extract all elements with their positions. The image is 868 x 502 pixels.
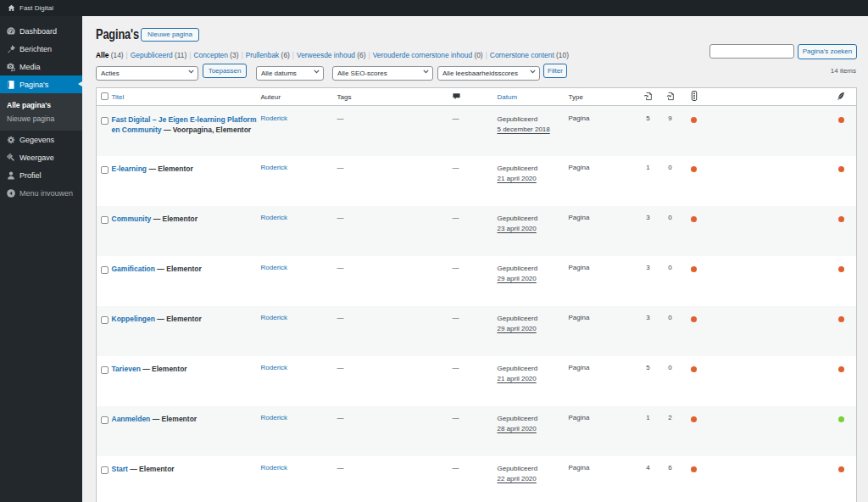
sidebar-item-paginas[interactable]: Pagina's [0, 75, 82, 93]
status-filter-link[interactable]: Prullenbak (6) [246, 51, 290, 59]
status-filter-item: Cornerstone content (10)| [490, 51, 569, 59]
comments-cell: — [453, 256, 498, 306]
media-icon [6, 62, 16, 72]
submenu-item-alle-paginas[interactable]: Alle pagina's [0, 98, 82, 112]
page-title-link[interactable]: E-learning [112, 165, 147, 173]
active-menu-arrow [78, 81, 82, 86]
sidebar-item-profiel[interactable]: Profiel [0, 166, 82, 184]
status-filter-link[interactable]: Alle (14) [96, 51, 124, 59]
submenu-item-nieuwe-pagina[interactable]: Nieuwe pagina [0, 112, 82, 126]
row-checkbox[interactable] [101, 366, 108, 374]
select-all-checkbox[interactable] [101, 92, 108, 100]
search-pages-input[interactable] [709, 44, 794, 59]
column-header-comments [453, 88, 498, 106]
row-checkbox[interactable] [101, 166, 108, 174]
add-new-page-button[interactable]: Nieuwe pagina [141, 28, 199, 42]
author-link[interactable]: Roderick [261, 364, 288, 371]
sidebar-item-label: Pagina's [19, 81, 48, 89]
column-header-date[interactable]: Datum [498, 88, 569, 106]
seo-score-dot [691, 117, 697, 123]
comments-cell: — [453, 106, 498, 156]
row-checkbox[interactable] [101, 466, 108, 474]
status-filter-item: Concepten (3)| [193, 51, 245, 59]
publish-status: Gepubliceerd [498, 415, 538, 422]
readability-score-dot [838, 316, 844, 322]
links-in-count: 3 [637, 256, 659, 306]
filter-button[interactable]: Filter [543, 64, 567, 78]
publish-status: Gepubliceerd [498, 115, 538, 123]
row-checkbox[interactable] [101, 266, 108, 274]
post-states: — Elementor [157, 265, 201, 273]
comments-cell: — [453, 356, 498, 406]
author-link[interactable]: Roderick [261, 314, 288, 321]
post-states: — Elementor [153, 415, 197, 423]
page-title-link[interactable]: Community [112, 215, 152, 223]
sidebar-item-gegevens[interactable]: Gegevens [0, 131, 82, 148]
author-link[interactable]: Roderick [261, 214, 288, 221]
page-title-link[interactable]: Aanmelden [112, 415, 151, 423]
seo-score-dot [691, 416, 697, 422]
post-states: — Elementor [157, 315, 201, 323]
admin-bar-site-link[interactable]: Fast Digital [8, 4, 53, 12]
row-checkbox[interactable] [101, 117, 108, 125]
status-filter-link[interactable]: Verouderde cornerstone inhoud (0) [373, 51, 483, 59]
admin-sidebar: Dashboard Berichten Media Pagina's Alle … [0, 16, 82, 502]
main-content: Pagina's Nieuwe pagina Pagina's zoeken A… [82, 16, 868, 502]
seo-scores-select[interactable]: Alle SEO-scores [332, 66, 433, 81]
links-in-count: 5 [637, 106, 659, 156]
sidebar-item-weergave[interactable]: Weergave [0, 148, 82, 166]
links-in-count: 4 [637, 456, 659, 502]
pages-submenu: Alle pagina's Nieuwe pagina [0, 93, 82, 131]
paintbrush-icon [6, 153, 16, 163]
apply-button[interactable]: Toepassen [203, 64, 247, 78]
readability-score-dot [838, 166, 844, 172]
seo-score-dot [691, 316, 697, 322]
links-out-count: 0 [659, 206, 682, 256]
post-states: — Voorpagina, Elementor [164, 126, 251, 134]
author-link[interactable]: Roderick [261, 164, 288, 171]
author-link[interactable]: Roderick [261, 114, 288, 122]
sidebar-item-label: Media [19, 63, 41, 71]
dates-select[interactable]: Alle datums [256, 66, 324, 81]
author-link[interactable]: Roderick [261, 414, 288, 421]
column-header-title[interactable]: Titel [112, 88, 261, 106]
readability-score-dot [838, 216, 844, 222]
sidebar-item-media[interactable]: Media [0, 58, 82, 75]
author-link[interactable]: Roderick [261, 464, 288, 471]
publish-date: 28 april 2020 [498, 425, 537, 432]
author-link[interactable]: Roderick [261, 264, 288, 271]
sidebar-item-collapse-menu[interactable]: Menu invouwen [0, 184, 82, 202]
links-out-count: 0 [659, 256, 682, 306]
comments-cell: — [453, 456, 498, 502]
sidebar-item-label: Gegevens [19, 136, 54, 144]
status-filter-link[interactable]: Verweesde inhoud (6) [297, 51, 366, 59]
row-checkbox[interactable] [101, 216, 108, 224]
links-in-count: 1 [637, 156, 659, 206]
admin-bar-site-name: Fast Digital [19, 4, 53, 12]
readability-scores-select[interactable]: Alle leesbaarheidsscores [437, 66, 540, 81]
row-checkbox[interactable] [101, 316, 108, 324]
links-out-count: 2 [659, 406, 682, 456]
status-filter-link[interactable]: Concepten (3) [193, 51, 238, 59]
status-filter-item: Verouderde cornerstone inhoud (0)| [373, 51, 490, 59]
publish-status: Gepubliceerd [498, 215, 538, 222]
status-filter-item: Gepubliceerd (11)| [131, 51, 194, 59]
sidebar-item-label: Weergave [19, 153, 54, 162]
status-filter-link[interactable]: Gepubliceerd (11) [131, 51, 186, 59]
publish-status: Gepubliceerd [498, 465, 538, 472]
seo-score-dot [691, 166, 697, 172]
search-pages-button[interactable]: Pagina's zoeken [798, 44, 857, 59]
tags-cell: — [337, 456, 453, 502]
page-title-link[interactable]: Tarieven [112, 365, 141, 373]
page-title-link[interactable]: Start [112, 465, 128, 473]
publish-status: Gepubliceerd [498, 315, 538, 322]
row-checkbox[interactable] [101, 416, 108, 424]
status-filter-link[interactable]: Cornerstone content (10) [490, 51, 569, 59]
dashboard-icon [6, 26, 16, 36]
page-title-link[interactable]: Koppelingen [112, 315, 155, 323]
bulk-actions-select[interactable]: Acties [96, 66, 198, 81]
comments-cell: — [453, 156, 498, 206]
sidebar-item-berichten[interactable]: Berichten [0, 40, 82, 58]
sidebar-item-dashboard[interactable]: Dashboard [0, 22, 82, 40]
page-title-link[interactable]: Gamification [112, 265, 155, 273]
